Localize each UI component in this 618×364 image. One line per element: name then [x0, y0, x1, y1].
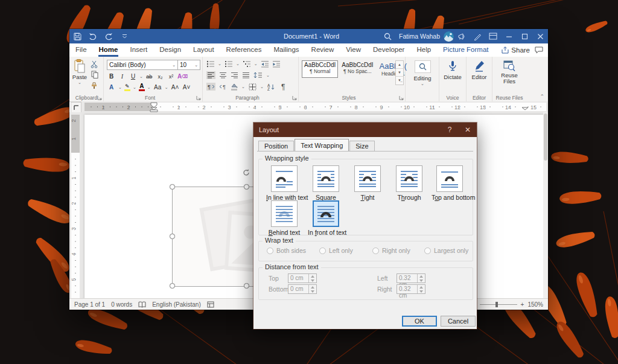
paragraph-dialog-launcher-icon[interactable]	[292, 95, 297, 100]
ribbon-tab-design[interactable]: Design	[153, 43, 187, 57]
radio-left-only[interactable]: Left only	[319, 247, 353, 254]
grow-font-button[interactable]: A˄	[171, 83, 180, 92]
scrollbar-thumb[interactable]	[544, 113, 547, 161]
spinner-down-icon[interactable]	[309, 289, 316, 293]
styles-scroll-up-icon[interactable]: ▲	[398, 61, 401, 68]
decrease-indent-button[interactable]	[261, 60, 269, 68]
spinner-up-icon[interactable]	[309, 274, 316, 278]
change-case-button[interactable]: Aa	[153, 83, 162, 92]
customize-qat-icon[interactable]	[116, 29, 132, 43]
spinner-up-icon[interactable]	[418, 274, 425, 278]
numbering-button[interactable]	[225, 60, 233, 68]
word-count[interactable]: 0 words	[111, 301, 132, 308]
dialog-tab-text-wrapping[interactable]: Text Wrapping	[295, 139, 349, 151]
clear-formatting-button[interactable]: A⌫	[177, 72, 188, 81]
shading-button[interactable]	[231, 83, 238, 91]
ribbon-tab-layout[interactable]: Layout	[187, 43, 220, 57]
distance-top-input[interactable]: 0 cm	[288, 273, 317, 283]
cancel-button[interactable]: Cancel	[441, 316, 476, 327]
strikethrough-button[interactable]: ab	[145, 72, 154, 81]
font-name-combobox[interactable]: Calibri (Body)⌄	[107, 60, 178, 70]
text-effects-button[interactable]: A	[107, 83, 116, 92]
close-button[interactable]	[532, 29, 548, 43]
zoom-slider-thumb[interactable]	[495, 302, 498, 307]
ribbon-tab-help[interactable]: Help	[410, 43, 437, 57]
font-color-button[interactable]: A	[139, 84, 145, 91]
ribbon-tab-insert[interactable]: Insert	[124, 43, 153, 57]
spinner-down-icon[interactable]	[309, 278, 316, 283]
dialog-tab-size[interactable]: Size	[349, 141, 374, 152]
increase-indent-button[interactable]	[272, 60, 281, 68]
spinner-down-icon[interactable]	[418, 289, 425, 293]
dialog-close-button[interactable]: ✕	[459, 123, 477, 137]
italic-button[interactable]: I	[118, 72, 127, 81]
ribbon-display-options-icon[interactable]	[485, 29, 501, 43]
borders-button[interactable]	[249, 83, 256, 91]
align-right-button[interactable]	[231, 72, 238, 78]
redo-icon[interactable]	[101, 29, 116, 43]
format-painter-icon[interactable]	[90, 80, 99, 89]
wrap-style-in-front-of-text[interactable]: In front of text	[308, 200, 344, 236]
accessibility-checker-icon[interactable]	[207, 301, 214, 308]
horizontal-ruler[interactable]: 12345678910111213141521	[81, 101, 548, 112]
proofing-book-icon[interactable]	[138, 301, 146, 308]
spinner-up-icon[interactable]	[309, 285, 316, 289]
wrap-style-in-line-with-text[interactable]: In line with text	[266, 165, 302, 201]
styles-scroll-down-icon[interactable]: ▼	[396, 68, 403, 76]
resize-handle-top-middle[interactable]	[244, 184, 249, 190]
bullets-button[interactable]	[206, 60, 215, 68]
save-icon[interactable]	[69, 29, 85, 43]
font-dialog-launcher-icon[interactable]	[196, 95, 201, 100]
radio-largest-only[interactable]: Largest only	[424, 247, 468, 254]
styles-dialog-launcher-icon[interactable]	[399, 95, 404, 100]
style--normal[interactable]: AaBbCcDdI¶ Normal	[302, 60, 338, 78]
ribbon-tab-mailings[interactable]: Mailings	[267, 43, 305, 57]
zoom-in-button[interactable]: +	[521, 301, 524, 308]
ribbon-tab-home[interactable]: Home	[93, 43, 124, 57]
sort-button[interactable]: AZ	[267, 83, 275, 91]
underline-button[interactable]: U	[129, 72, 138, 81]
language-indicator[interactable]: English (Pakistan)	[152, 301, 201, 308]
resize-handle-bottom-middle[interactable]	[244, 283, 249, 289]
clipboard-dialog-launcher-icon[interactable]	[97, 95, 102, 100]
style--no-spac-[interactable]: AaBbCcDdI¶ No Spac...	[339, 60, 375, 78]
ribbon-tab-developer[interactable]: Developer	[367, 43, 410, 57]
ltr-paragraph-button[interactable]: ¶	[206, 83, 215, 91]
radio-right-only[interactable]: Right only	[372, 247, 410, 254]
distance-left-input[interactable]: 0.32 cm	[397, 273, 425, 283]
align-left-button[interactable]	[206, 71, 215, 79]
copy-icon[interactable]	[90, 70, 99, 79]
rtl-paragraph-button[interactable]: ¶	[219, 83, 227, 90]
wrap-style-tight[interactable]: Tight	[349, 165, 386, 201]
editor-button[interactable]: Editor	[469, 60, 489, 80]
comments-icon[interactable]	[535, 46, 543, 54]
ribbon-tab-review[interactable]: Review	[305, 43, 340, 57]
wrap-style-behind-text[interactable]: Behind text	[266, 200, 302, 236]
vertical-scrollbar[interactable]	[543, 112, 548, 299]
page-indicator[interactable]: Page 1 of 1	[69, 301, 105, 308]
ribbon-tab-references[interactable]: References	[220, 43, 268, 57]
spinner-up-icon[interactable]	[418, 285, 425, 289]
ribbon-tab-file[interactable]: File	[69, 43, 93, 57]
account-name[interactable]: Fatima Wahab	[399, 33, 440, 40]
align-center-button[interactable]	[219, 72, 227, 78]
editing-button[interactable]: Editing ⌄	[410, 60, 435, 86]
superscript-button[interactable]: x²	[167, 72, 176, 81]
cut-icon[interactable]	[90, 60, 99, 69]
styles-gallery-expand-icon[interactable]: ▼̲	[396, 76, 403, 85]
distance-right-input[interactable]: 0.32 cm	[397, 284, 425, 294]
zoom-level[interactable]: 150%	[527, 301, 543, 308]
ribbon-tab-picture-format[interactable]: Picture Format	[437, 43, 494, 57]
line-spacing-button[interactable]	[253, 72, 263, 78]
reuse-files-button[interactable]: Reuse Files	[497, 60, 522, 85]
wrap-style-top-and-bottom[interactable]: Top and bottom	[432, 165, 468, 201]
avatar[interactable]	[444, 31, 454, 42]
radio-both-sides[interactable]: Both sides	[267, 247, 306, 254]
resize-handle-bottom-left[interactable]	[170, 283, 175, 289]
tab-selector[interactable]	[71, 102, 81, 113]
ribbon-tab-view[interactable]: View	[340, 43, 367, 57]
search-icon[interactable]	[380, 29, 395, 43]
paste-dropdown-icon[interactable]: ⌄	[78, 80, 81, 85]
wrap-style-square[interactable]: Square	[308, 165, 344, 201]
wrap-style-through[interactable]: Through	[391, 165, 427, 201]
